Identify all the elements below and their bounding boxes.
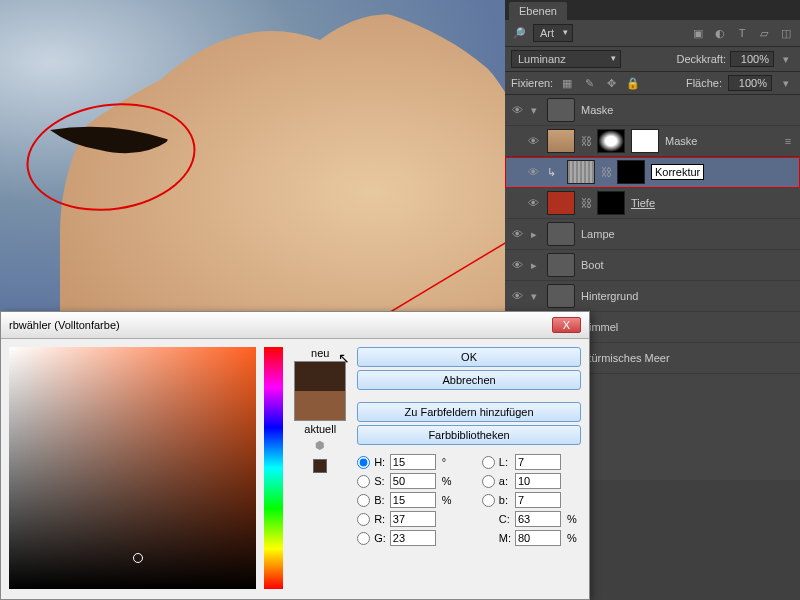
s-label: S:	[374, 475, 386, 487]
h-input[interactable]	[390, 454, 436, 470]
folder-icon	[547, 222, 575, 246]
layer-name-edit[interactable]: Korrektur	[651, 164, 704, 180]
filter-shape-icon[interactable]: ▱	[756, 25, 772, 41]
libraries-button[interactable]: Farbbibliotheken	[357, 425, 581, 445]
visibility-icon[interactable]: 👁	[525, 197, 541, 209]
link-icon[interactable]: ⛓	[581, 197, 591, 209]
hue-slider[interactable]	[264, 347, 283, 589]
radio-l[interactable]	[482, 456, 495, 469]
color-preview	[294, 361, 346, 421]
radio-r[interactable]	[357, 513, 370, 526]
websafe-icon[interactable]: ⬢	[312, 437, 328, 453]
canvas-viewport	[0, 0, 505, 311]
m-input[interactable]	[515, 530, 561, 546]
add-swatches-button[interactable]: Zu Farbfeldern hinzufügen	[357, 402, 581, 422]
layer-name: Boot	[581, 259, 604, 271]
lock-row: Fixieren: ▦ ✎ ✥ 🔒 Fläche: 100% ▾	[505, 72, 800, 95]
saturation-value-field[interactable]	[9, 347, 256, 589]
layer-tiefe[interactable]: 👁 ⛓ Tiefe	[505, 188, 800, 219]
filter-adjust-icon[interactable]: ◐	[712, 25, 728, 41]
clip-indicator-icon: ↳	[547, 166, 561, 179]
mouse-cursor: ↖	[338, 350, 350, 366]
filter-dropdown[interactable]: Art	[533, 24, 573, 42]
filter-image-icon[interactable]: ▣	[690, 25, 706, 41]
radio-bb[interactable]	[482, 494, 495, 507]
current-color-swatch[interactable]	[295, 391, 345, 420]
mask-thumb2	[631, 129, 659, 153]
a-input[interactable]	[515, 473, 561, 489]
radio-b[interactable]	[357, 494, 370, 507]
dialog-titlebar[interactable]: rbwähler (Volltonfarbe) X	[1, 312, 589, 339]
lock-move-icon[interactable]: ✥	[603, 75, 619, 91]
pct-unit: %	[567, 513, 581, 525]
color-picker-dialog: rbwähler (Volltonfarbe) X neu aktuell ⬢ …	[0, 311, 590, 600]
layer-group-maske[interactable]: 👁 ▾ Maske	[505, 95, 800, 126]
radio-h[interactable]	[357, 456, 370, 469]
fill-label: Fläche:	[686, 77, 722, 89]
visibility-icon[interactable]: 👁	[509, 104, 525, 116]
layer-name: Hintergrund	[581, 290, 638, 302]
mask-thumb	[597, 129, 625, 153]
visibility-icon[interactable]: 👁	[509, 290, 525, 302]
visibility-icon[interactable]: 👁	[509, 259, 525, 271]
blend-mode-dropdown[interactable]: Luminanz	[511, 50, 621, 68]
disclosure-icon[interactable]: ▾	[531, 290, 541, 303]
ok-button[interactable]: OK	[357, 347, 581, 367]
layer-name: Maske	[581, 104, 613, 116]
disclosure-icon[interactable]: ▾	[531, 104, 541, 117]
link-icon[interactable]: ⛓	[581, 135, 591, 147]
fill-value[interactable]: 100%	[728, 75, 772, 91]
layer-group-boot[interactable]: 👁 ▸ Boot	[505, 250, 800, 281]
opacity-label: Deckkraft:	[676, 53, 726, 65]
link-icon[interactable]: ⛓	[601, 166, 611, 178]
tab-layers[interactable]: Ebenen	[509, 2, 567, 20]
opacity-value[interactable]: 100%	[730, 51, 774, 67]
visibility-icon[interactable]: 👁	[509, 228, 525, 240]
bb-input[interactable]	[515, 492, 561, 508]
folder-icon	[547, 284, 575, 308]
new-color-swatch	[295, 362, 345, 391]
radio-s[interactable]	[357, 475, 370, 488]
visibility-icon[interactable]: 👁	[525, 135, 541, 147]
chevron-down-icon[interactable]: ▾	[778, 51, 794, 67]
disclosure-icon[interactable]: ▸	[531, 259, 541, 272]
s-input[interactable]	[390, 473, 436, 489]
c-input[interactable]	[515, 511, 561, 527]
websafe-swatch[interactable]	[313, 459, 327, 473]
b-label: B:	[374, 494, 386, 506]
r-input[interactable]	[390, 511, 436, 527]
pct-unit: %	[567, 532, 581, 544]
l-input[interactable]	[515, 454, 561, 470]
cancel-button[interactable]: Abbrechen	[357, 370, 581, 390]
pct-unit: %	[442, 475, 456, 487]
visibility-icon[interactable]: 👁	[525, 166, 541, 178]
c-label: C:	[499, 513, 511, 525]
panel-tabbar: Ebenen	[505, 0, 800, 20]
sv-cursor	[133, 553, 143, 563]
folder-icon	[547, 253, 575, 277]
lock-all-icon[interactable]: 🔒	[625, 75, 641, 91]
search-icon[interactable]: 🔎	[511, 25, 527, 41]
layer-group-hintergrund[interactable]: 👁 ▾ Hintergrund	[505, 281, 800, 312]
preview-column: neu aktuell ⬢	[291, 347, 349, 587]
layer-name: Lampe	[581, 228, 615, 240]
disclosure-icon[interactable]: ▸	[531, 228, 541, 241]
g-input[interactable]	[390, 530, 436, 546]
r-label: R:	[374, 513, 386, 525]
filter-type-icon[interactable]: T	[734, 25, 750, 41]
chevron-down-icon[interactable]: ▾	[778, 75, 794, 91]
radio-g[interactable]	[357, 532, 370, 545]
close-button[interactable]: X	[552, 317, 581, 333]
filter-smart-icon[interactable]: ◫	[778, 25, 794, 41]
lock-paint-icon[interactable]: ✎	[581, 75, 597, 91]
layer-group-lampe[interactable]: 👁 ▸ Lampe	[505, 219, 800, 250]
b-input[interactable]	[390, 492, 436, 508]
layer-name: Maske	[665, 135, 697, 147]
layer-menu-icon[interactable]: ≡	[780, 133, 796, 149]
radio-a[interactable]	[482, 475, 495, 488]
lock-trans-icon[interactable]: ▦	[559, 75, 575, 91]
layer-maske[interactable]: 👁 ⛓ Maske ≡	[505, 126, 800, 157]
layer-filter-bar: 🔎 Art ▣ ◐ T ▱ ◫	[505, 20, 800, 47]
layer-korrektur[interactable]: 👁 ↳ ⛓ Korrektur	[505, 157, 800, 188]
mask-thumb	[597, 191, 625, 215]
